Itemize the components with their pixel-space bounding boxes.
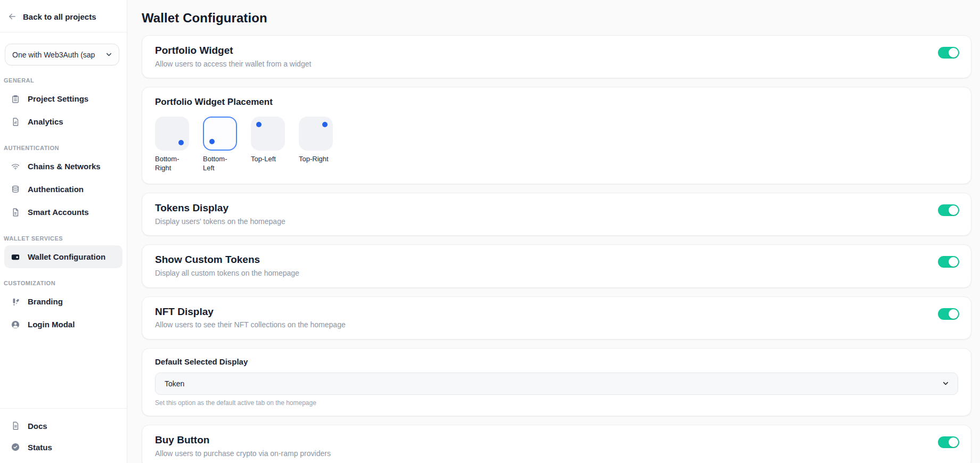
placement-label: Bottom-Right <box>155 155 190 173</box>
sidebar-item-label: Login Modal <box>28 320 75 329</box>
sidebar-section-customization: CUSTOMIZATION Branding Login Modal <box>0 274 127 336</box>
card-description: Allow users to purchase crypto via on-ra… <box>155 449 331 459</box>
section-label: GENERAL <box>0 71 127 87</box>
sidebar-item-label: Smart Accounts <box>28 208 88 217</box>
sidebar-item-login-modal[interactable]: Login Modal <box>4 313 123 336</box>
tokens-display-toggle[interactable] <box>938 204 959 216</box>
sidebar-divider <box>0 32 127 32</box>
placement-option-bottom-left[interactable]: Bottom-Left <box>203 117 238 173</box>
section-label: WALLET SERVICES <box>0 229 127 245</box>
sidebar-item-label: Branding <box>28 297 63 306</box>
placement-label: Bottom-Left <box>203 155 238 173</box>
card-title: Buy Button <box>155 434 331 447</box>
buy-button-card: Buy Button Allow users to purchase crypt… <box>142 425 971 463</box>
sidebar-item-label: Analytics <box>28 117 63 126</box>
placement-dot-icon <box>256 122 262 127</box>
sidebar-item-branding[interactable]: Branding <box>4 290 123 313</box>
nft-display-toggle[interactable] <box>938 308 959 320</box>
placement-tile-selected <box>203 117 237 151</box>
project-selector[interactable]: One with Web3Auth (sap <box>5 44 119 65</box>
placement-option-top-right[interactable]: Top-Right <box>299 117 334 173</box>
card-description: Display all custom tokens on the homepag… <box>155 269 299 278</box>
card-title: Portfolio Widget <box>155 45 311 57</box>
sidebar-item-project-settings[interactable]: Project Settings <box>4 87 123 110</box>
default-display-select[interactable]: Token <box>155 373 958 395</box>
sidebar-item-chains-networks[interactable]: Chains & Networks <box>4 155 123 178</box>
placement-options: Bottom-Right Bottom-Left Top-Left Top-Ri… <box>155 117 958 173</box>
app: Back to all projects One with Web3Auth (… <box>0 0 980 463</box>
placement-label: Top-Left <box>251 155 286 164</box>
buy-button-toggle[interactable] <box>938 436 959 448</box>
placement-option-top-left[interactable]: Top-Left <box>251 117 286 173</box>
select-value: Token <box>165 379 184 388</box>
project-selector-value: One with Web3Auth (sap <box>12 51 102 59</box>
portfolio-widget-placement-card: Portfolio Widget Placement Bottom-Right … <box>142 87 971 184</box>
card-description: Display users' tokens on the homepage <box>155 217 285 227</box>
database-icon <box>11 185 20 194</box>
back-label: Back to all projects <box>23 12 96 21</box>
status-check-icon <box>11 442 20 452</box>
placement-dot-icon <box>322 122 328 127</box>
tokens-display-card: Tokens Display Display users' tokens on … <box>142 193 971 236</box>
sidebar-item-label: Wallet Configuration <box>28 252 105 261</box>
sidebar-item-analytics[interactable]: Analytics <box>4 110 123 133</box>
wallet-icon <box>11 252 20 262</box>
sidebar-item-authentication[interactable]: Authentication <box>4 178 123 201</box>
sidebar: Back to all projects One with Web3Auth (… <box>0 0 127 463</box>
placement-dot-icon <box>209 139 215 144</box>
card-title: Portfolio Widget Placement <box>155 97 958 108</box>
card-title: Show Custom Tokens <box>155 254 299 266</box>
sidebar-item-label: Project Settings <box>28 94 88 103</box>
sidebar-section-authentication: AUTHENTICATION Chains & Networks Authent… <box>0 138 127 224</box>
sidebar-item-label: Docs <box>28 421 47 431</box>
toggle-knob <box>949 205 958 215</box>
show-custom-tokens-card: Show Custom Tokens Display all custom to… <box>142 244 971 287</box>
show-custom-tokens-toggle[interactable] <box>938 256 959 268</box>
user-circle-icon <box>11 320 20 329</box>
chevron-down-icon <box>942 379 950 387</box>
card-title: NFT Display <box>155 306 346 318</box>
sidebar-item-smart-accounts[interactable]: Smart Accounts <box>4 201 123 224</box>
branding-icon <box>11 297 20 307</box>
toggle-knob <box>949 309 958 319</box>
sidebar-section-wallet-services: WALLET SERVICES Wallet Configuration <box>0 229 127 268</box>
back-arrow-icon <box>7 12 17 21</box>
sidebar-section-general: GENERAL Project Settings Analytics <box>0 71 127 133</box>
sidebar-item-docs[interactable]: Docs <box>4 415 123 436</box>
chevron-down-icon <box>105 51 113 59</box>
toggle-knob <box>949 48 958 57</box>
sidebar-item-wallet-configuration[interactable]: Wallet Configuration <box>4 245 123 268</box>
select-helper-text: Set this option as the default active ta… <box>155 399 958 407</box>
placement-dot-icon <box>178 140 184 145</box>
placement-label: Top-Right <box>299 155 334 164</box>
sidebar-item-label: Status <box>28 443 52 452</box>
portfolio-widget-card: Portfolio Widget Allow users to access t… <box>142 35 971 78</box>
card-description: Allow users to access their wallet from … <box>155 60 311 69</box>
file-icon <box>11 208 20 217</box>
sidebar-item-label: Authentication <box>28 185 84 194</box>
toggle-knob <box>949 257 958 267</box>
placement-option-bottom-right[interactable]: Bottom-Right <box>155 117 190 173</box>
wifi-icon <box>11 162 20 171</box>
sidebar-item-status[interactable]: Status <box>4 436 123 458</box>
placement-tile <box>251 117 285 151</box>
portfolio-widget-toggle[interactable] <box>938 47 959 59</box>
section-label: AUTHENTICATION <box>0 138 127 155</box>
card-description: Allow users to see their NFT collections… <box>155 320 346 330</box>
main-content: Wallet Configuration Portfolio Widget Al… <box>127 0 980 463</box>
default-selected-display-card: Default Selected Display Token Set this … <box>142 348 971 416</box>
toggle-knob <box>949 437 958 447</box>
sidebar-item-label: Chains & Networks <box>28 162 101 171</box>
card-title: Tokens Display <box>155 202 285 214</box>
placement-tile <box>155 117 189 151</box>
select-label: Default Selected Display <box>155 357 958 366</box>
analytics-icon <box>11 117 20 127</box>
placement-tile <box>299 117 333 151</box>
nft-display-card: NFT Display Allow users to see their NFT… <box>142 296 971 340</box>
clipboard-icon <box>11 94 20 104</box>
document-icon <box>11 421 20 431</box>
section-label: CUSTOMIZATION <box>0 274 127 290</box>
page-title: Wallet Configuration <box>142 11 971 26</box>
sidebar-footer: Docs Status <box>0 408 127 463</box>
back-to-projects-link[interactable]: Back to all projects <box>0 0 127 32</box>
